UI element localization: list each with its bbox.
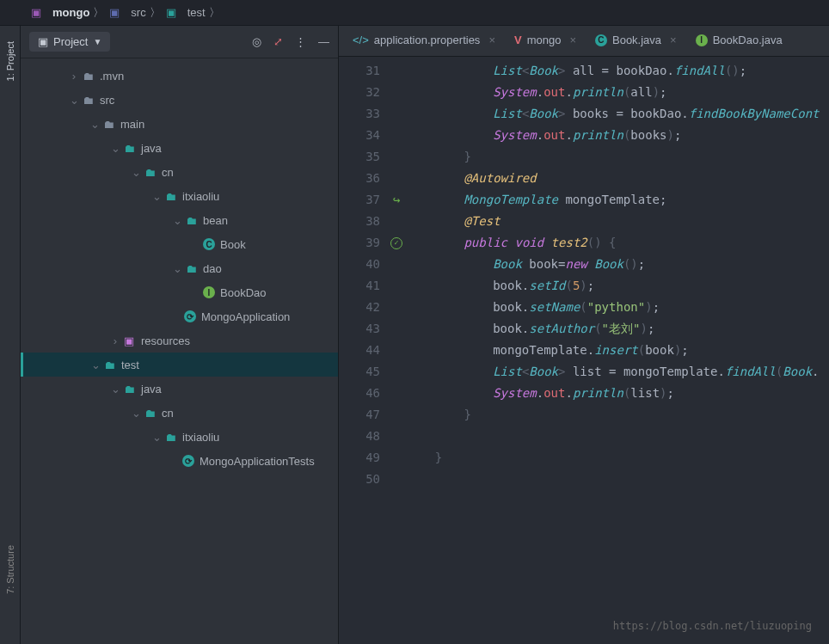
watermark: https://blog.csdn.net/liuzuoping <box>613 616 812 637</box>
minimize-icon[interactable]: — <box>318 35 329 48</box>
file-icon: V <box>514 34 522 46</box>
tree-item-mongoapp[interactable]: ⟳MongoApplication <box>21 304 338 328</box>
tab-book[interactable]: CBook.java× <box>586 26 685 56</box>
run-icon[interactable]: ✓ <box>390 237 402 249</box>
project-dropdown[interactable]: ▣ Project ▼ <box>29 32 110 52</box>
crumb-test[interactable]: ▣ test <box>161 6 209 20</box>
close-icon[interactable]: × <box>488 34 495 46</box>
file-icon: </> <box>353 34 369 46</box>
tree-item-cn[interactable]: ⌄🖿cn <box>21 160 338 184</box>
tree-item-cn2[interactable]: ⌄🖿cn <box>21 401 338 425</box>
tree-item-test[interactable]: ⌄🖿test <box>21 353 338 377</box>
tree-item-java2[interactable]: ⌄🖿java <box>21 377 338 401</box>
tree-item-itxiaoliu2[interactable]: ⌄🖿itxiaoliu <box>21 425 338 449</box>
class-icon: ⟳ <box>182 455 194 467</box>
resources-icon: ▣ <box>122 334 136 347</box>
breadcrumb-bar: ▣ mongo 〉 ▣ src 〉 ▣ test 〉 <box>0 0 829 26</box>
override-icon[interactable]: ↪ <box>393 189 400 211</box>
folder-icon: ▣ <box>107 6 121 20</box>
close-icon[interactable]: × <box>569 34 576 46</box>
rail-project[interactable]: 1: Project <box>5 34 15 88</box>
more-icon[interactable]: ⋮ <box>295 35 306 48</box>
project-sidebar: ▣ Project ▼ ◎ ⤢ ⋮ — ›🖿.mvn ⌄🖿src ⌄🖿main … <box>21 26 339 644</box>
chevron-down-icon: ▼ <box>93 37 101 46</box>
class-icon: C <box>203 238 215 250</box>
tab-mongo[interactable]: Vmongo× <box>506 26 585 56</box>
crumb-src[interactable]: ▣ src <box>104 6 149 20</box>
tree-item-mat[interactable]: ⟳MongoApplicationTests <box>21 449 338 473</box>
tree-item-main[interactable]: ⌄🖿main <box>21 112 338 136</box>
target-icon[interactable]: ◎ <box>252 35 261 48</box>
rail-structure[interactable]: 7: Structure <box>5 538 15 601</box>
tree-item-bean[interactable]: ⌄🖿bean <box>21 208 338 232</box>
crumb-root[interactable]: ▣ mongo <box>26 6 93 20</box>
code-editor[interactable]: 31 List<Book> all = bookDao.findAll(); 3… <box>339 57 829 644</box>
tree-item-book[interactable]: CBook <box>21 232 338 256</box>
tree-item-java[interactable]: ⌄🖿java <box>21 136 338 160</box>
collapse-icon[interactable]: ⤢ <box>273 35 283 48</box>
sidebar-header: ▣ Project ▼ ◎ ⤢ ⋮ — <box>21 26 338 58</box>
editor-area: </>application.properties× Vmongo× CBook… <box>339 26 829 644</box>
project-icon: ▣ <box>38 35 48 48</box>
interface-icon: I <box>203 286 215 298</box>
left-tool-rail: 1: Project 7: Structure <box>0 26 21 644</box>
class-icon: C <box>595 34 607 46</box>
tab-properties[interactable]: </>application.properties× <box>344 26 504 56</box>
tab-bookdao[interactable]: IBookDao.java <box>687 26 791 56</box>
tree-item-bookdao[interactable]: IBookDao <box>21 280 338 304</box>
tree-item-resources[interactable]: ›▣resources <box>21 328 338 353</box>
tree-item-dao[interactable]: ⌄🖿dao <box>21 256 338 280</box>
editor-tabs: </>application.properties× Vmongo× CBook… <box>339 26 829 57</box>
folder-icon: ▣ <box>164 6 178 20</box>
interface-icon: I <box>696 34 708 46</box>
close-icon[interactable]: × <box>670 34 677 46</box>
class-icon: ⟳ <box>184 310 196 322</box>
tree-item-mvn[interactable]: ›🖿.mvn <box>21 64 338 88</box>
module-icon: ▣ <box>29 6 43 20</box>
tree-item-itxiaoliu[interactable]: ⌄🖿itxiaoliu <box>21 184 338 208</box>
tree-item-src[interactable]: ⌄🖿src <box>21 88 338 112</box>
project-tree: ›🖿.mvn ⌄🖿src ⌄🖿main ⌄🖿java ⌄🖿cn ⌄🖿itxiao… <box>21 58 338 644</box>
